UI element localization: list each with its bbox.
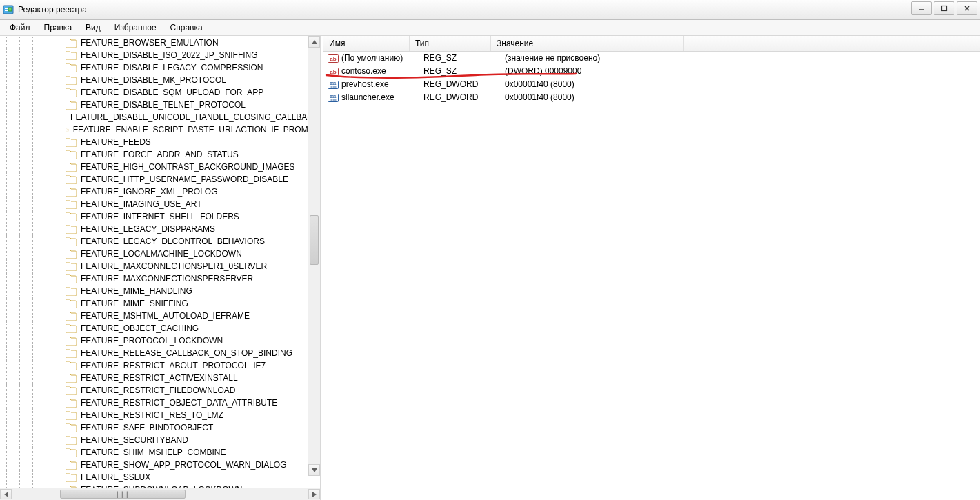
tree-item[interactable]: FEATURE_FEEDS: [0, 136, 320, 148]
horizontal-thumb[interactable]: ┃┃┃: [60, 490, 186, 499]
folder-icon: [66, 76, 77, 85]
tree-item[interactable]: FEATURE_SAFE_BINDTOOBJECT: [0, 421, 320, 434]
folder-icon: [66, 63, 77, 72]
tree-item[interactable]: FEATURE_MAXCONNECTIONSPER1_0SERVER: [0, 260, 320, 272]
folder-icon: [66, 386, 77, 395]
tree-item-label: FEATURE_SSLUX: [79, 471, 152, 483]
tree-item[interactable]: FEATURE_IMAGING_USE_ART: [0, 198, 320, 210]
window-title: Редактор реестра: [18, 5, 87, 14]
values-list[interactable]: (По умолчанию)REG_SZ(значение не присвое…: [323, 52, 980, 500]
folder-icon: [66, 324, 77, 333]
values-pane: Имя Тип Значение (По умолчанию)REG_SZ(зн…: [323, 36, 980, 500]
tree-item-label: FEATURE_BROWSER_EMULATION: [79, 37, 220, 49]
tree-item[interactable]: FEATURE_SHIM_MSHELP_COMBINE: [0, 446, 320, 459]
tree-item-label: FEATURE_SHOW_APP_PROTOCOL_WARN_DIALOG: [79, 459, 288, 471]
menu-file[interactable]: Файл: [4, 21, 36, 34]
scroll-down-button[interactable]: [308, 464, 320, 476]
tree-item[interactable]: FEATURE_SECURITYBAND: [0, 434, 320, 446]
folder-icon: [66, 237, 77, 246]
values-header: Имя Тип Значение: [323, 36, 980, 52]
tree-item[interactable]: FEATURE_MIME_SNIFFING: [0, 297, 320, 310]
value-row[interactable]: (По умолчанию)REG_SZ(значение не присвое…: [323, 52, 980, 65]
tree-item-label: FEATURE_RELEASE_CALLBACK_ON_STOP_BINDING: [79, 347, 294, 359]
tree-item[interactable]: FEATURE_DISABLE_MK_PROTOCOL: [0, 74, 320, 86]
tree-item-label: FEATURE_MAXCONNECTIONSPER1_0SERVER: [79, 260, 268, 272]
menu-bar: Файл Правка Вид Избранное Справка: [0, 20, 980, 36]
tree-item-label: FEATURE_HIGH_CONTRAST_BACKGROUND_IMAGES: [79, 161, 297, 173]
tree-item[interactable]: FEATURE_BROWSER_EMULATION: [0, 37, 320, 49]
dword-value-icon: [328, 92, 339, 103]
folder-icon: [66, 411, 77, 420]
tree-item-label: FEATURE_PROTOCOL_LOCKDOWN: [79, 334, 224, 347]
tree-item[interactable]: FEATURE_OBJECT_CACHING: [0, 322, 320, 334]
tree-item[interactable]: FEATURE_RESTRICT_ACTIVEXINSTALL: [0, 372, 320, 384]
tree-item[interactable]: FEATURE_LEGACY_DLCONTROL_BEHAVIORS: [0, 235, 320, 248]
tree-item[interactable]: FEATURE_RESTRICT_ABOUT_PROTOCOL_IE7: [0, 359, 320, 372]
vertical-scrollbar[interactable]: [308, 36, 320, 476]
tree-item[interactable]: FEATURE_FORCE_ADDR_AND_STATUS: [0, 148, 320, 161]
tree-item[interactable]: FEATURE_IGNORE_XML_PROLOG: [0, 186, 320, 198]
tree-item[interactable]: FEATURE_MSHTML_AUTOLOAD_IEFRAME: [0, 310, 320, 322]
tree-item-label: FEATURE_RESTRICT_RES_TO_LMZ: [79, 409, 225, 421]
value-type: REG_DWORD: [423, 78, 505, 91]
tree-item[interactable]: FEATURE_RESTRICT_RES_TO_LMZ: [0, 409, 320, 421]
tree-item[interactable]: FEATURE_RESTRICT_OBJECT_DATA_ATTRIBUTE: [0, 397, 320, 409]
column-name[interactable]: Имя: [323, 36, 410, 51]
tree-item[interactable]: FEATURE_RELEASE_CALLBACK_ON_STOP_BINDING: [0, 347, 320, 359]
horizontal-track[interactable]: ┃┃┃: [12, 489, 308, 499]
minimize-button[interactable]: [911, 1, 932, 15]
value-type: REG_DWORD: [423, 91, 505, 104]
registry-editor-window: Редактор реестра Файл Правка Вид Избранн…: [0, 0, 980, 500]
folder-icon: [66, 126, 69, 134]
tree-item[interactable]: FEATURE_DISABLE_UNICODE_HANDLE_CLOSING_C…: [0, 111, 320, 123]
folder-icon: [66, 138, 77, 147]
scroll-thumb[interactable]: [310, 215, 319, 265]
scroll-up-button[interactable]: [308, 36, 320, 48]
folder-icon: [66, 361, 77, 370]
value-data: 0x00001f40 (8000): [505, 91, 712, 104]
menu-favorites[interactable]: Избранное: [109, 21, 162, 34]
column-filler[interactable]: [684, 36, 980, 51]
tree-item-label: FEATURE_HTTP_USERNAME_PASSWORD_DISABLE: [79, 173, 290, 186]
scroll-right-button[interactable]: [308, 489, 320, 499]
tree-item[interactable]: FEATURE_RESTRICT_FILEDOWNLOAD: [0, 384, 320, 397]
title-bar[interactable]: Редактор реестра: [0, 0, 980, 20]
folder-icon: [66, 163, 77, 172]
tree-item[interactable]: FEATURE_DISABLE_TELNET_PROTOCOL: [0, 99, 320, 111]
tree-item[interactable]: FEATURE_HTTP_USERNAME_PASSWORD_DISABLE: [0, 173, 320, 186]
menu-help[interactable]: Справка: [165, 21, 208, 34]
tree-item[interactable]: FEATURE_MAXCONNECTIONSPERSERVER: [0, 272, 320, 285]
value-row[interactable]: prevhost.exeREG_DWORD0x00001f40 (8000): [323, 78, 980, 91]
tree-item[interactable]: FEATURE_INTERNET_SHELL_FOLDERS: [0, 210, 320, 223]
tree-item[interactable]: FEATURE_DISABLE_SQM_UPLOAD_FOR_APP: [0, 86, 320, 99]
tree-item[interactable]: FEATURE_PROTOCOL_LOCKDOWN: [0, 334, 320, 347]
tree-item[interactable]: FEATURE_LOCALMACHINE_LOCKDOWN: [0, 248, 320, 260]
tree-viewport[interactable]: FEATURE_BROWSER_EMULATIONFEATURE_DISABLE…: [0, 36, 320, 488]
tree-item[interactable]: FEATURE_ENABLE_SCRIPT_PASTE_URLACTION_IF…: [0, 123, 320, 136]
svg-rect-2: [5, 10, 8, 11]
value-row[interactable]: sllauncher.exeREG_DWORD0x00001f40 (8000): [323, 91, 980, 104]
tree-item-label: FEATURE_IMAGING_USE_ART: [79, 198, 203, 210]
folder-icon: [66, 312, 77, 321]
folder-icon: [66, 225, 77, 234]
tree-item-label: FEATURE_RESTRICT_FILEDOWNLOAD: [79, 384, 237, 397]
folder-icon: [66, 51, 77, 60]
value-row[interactable]: contoso.exeREG_SZ(DWORD) 00009000: [323, 65, 980, 78]
column-type[interactable]: Тип: [410, 36, 491, 51]
tree-item[interactable]: FEATURE_SSLUX: [0, 471, 320, 483]
tree-item[interactable]: FEATURE_MIME_HANDLING: [0, 285, 320, 297]
maximize-button[interactable]: [934, 1, 954, 15]
horizontal-scrollbar[interactable]: ┃┃┃: [0, 488, 320, 500]
menu-edit[interactable]: Правка: [39, 21, 78, 34]
menu-view[interactable]: Вид: [80, 21, 106, 34]
tree-item[interactable]: FEATURE_LEGACY_DISPPARAMS: [0, 223, 320, 235]
tree-item[interactable]: FEATURE_HIGH_CONTRAST_BACKGROUND_IMAGES: [0, 161, 320, 173]
tree-item-label: FEATURE_IGNORE_XML_PROLOG: [79, 186, 219, 198]
column-data[interactable]: Значение: [491, 36, 684, 51]
scroll-left-button[interactable]: [0, 489, 12, 499]
tree-item[interactable]: FEATURE_DISABLE_LEGACY_COMPRESSION: [0, 61, 320, 74]
tree-item[interactable]: FEATURE_SHOW_APP_PROTOCOL_WARN_DIALOG: [0, 459, 320, 471]
tree-item[interactable]: FEATURE_DISABLE_ISO_2022_JP_SNIFFING: [0, 49, 320, 61]
close-button[interactable]: [957, 1, 977, 15]
value-name: contoso.exe: [341, 65, 423, 78]
